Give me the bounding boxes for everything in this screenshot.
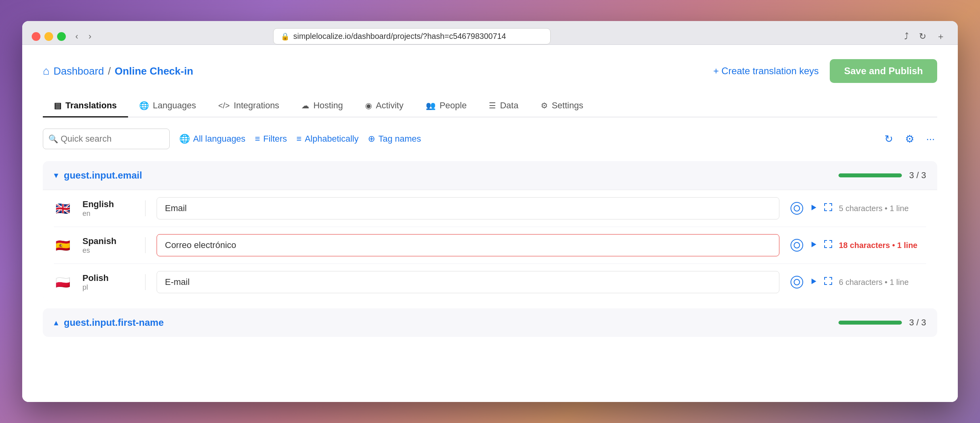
minimize-button[interactable] xyxy=(44,32,53,41)
save-and-publish-button[interactable]: Save and Publish xyxy=(830,59,937,83)
expand-button-polish[interactable] xyxy=(824,277,833,288)
lang-info-polish: Polish pl xyxy=(82,273,134,292)
section-header-email[interactable]: ▾ guest.input.email 3 / 3 xyxy=(43,161,937,190)
new-tab-button[interactable]: ＋ xyxy=(933,29,948,44)
translation-section-email: ▾ guest.input.email 3 / 3 🇬🇧 English xyxy=(43,161,937,300)
refresh-translations-button[interactable]: ↻ xyxy=(882,131,896,148)
flag-polish: 🇵🇱 xyxy=(54,273,71,291)
people-icon: 👥 xyxy=(426,101,436,110)
progress-bar-email xyxy=(838,173,902,177)
translation-input-english[interactable] xyxy=(157,197,779,219)
lang-name-english: English xyxy=(82,199,134,210)
activity-icon: ◉ xyxy=(365,101,372,110)
translation-section-first-name: ▴ guest.input.first-name 3 / 3 xyxy=(43,308,937,337)
table-row: 🇪🇸 Spanish es xyxy=(54,227,926,264)
divider xyxy=(145,200,145,216)
tag-icon: ⊕ xyxy=(368,134,375,144)
integrations-icon: </> xyxy=(218,101,230,110)
tab-integrations[interactable]: </> Integrations xyxy=(207,95,290,117)
translation-input-polish[interactable] xyxy=(157,271,779,293)
char-info-polish: 6 characters • 1 line xyxy=(839,278,926,287)
sort-icon: ≡ xyxy=(297,134,302,144)
section-header-right: 3 / 3 xyxy=(838,170,926,181)
data-icon: ☰ xyxy=(489,101,496,110)
status-icon-english[interactable] xyxy=(791,202,803,215)
nav-buttons: ‹ › xyxy=(72,30,95,43)
expand-button-spanish[interactable] xyxy=(824,240,833,251)
tab-data[interactable]: ☰ Data xyxy=(478,95,529,117)
toolbar-right: ↻ ⚙ ··· xyxy=(882,131,937,148)
char-info-english: 5 characters • 1 line xyxy=(839,204,926,213)
play-button-english[interactable] xyxy=(810,203,817,214)
lang-name-spanish: Spanish xyxy=(82,236,134,246)
section-key-first-name: guest.input.first-name xyxy=(64,317,164,328)
close-button[interactable] xyxy=(32,32,40,41)
maximize-button[interactable] xyxy=(57,32,66,41)
forward-button[interactable]: › xyxy=(85,30,94,43)
expand-button-english[interactable] xyxy=(824,203,833,214)
tab-translations[interactable]: ▤ Translations xyxy=(43,95,128,117)
all-languages-button[interactable]: 🌐 All languages xyxy=(179,134,245,144)
share-button[interactable]: ⤴ xyxy=(901,29,912,44)
section-header-right-first-name: 3 / 3 xyxy=(838,317,926,328)
chevron-down-icon: ▾ xyxy=(54,170,58,181)
divider xyxy=(145,237,145,253)
row-actions-polish: 6 characters • 1 line xyxy=(791,276,926,288)
lang-code-spanish: es xyxy=(82,246,134,255)
translations-icon: ▤ xyxy=(54,101,61,110)
tag-names-button[interactable]: ⊕ Tag names xyxy=(368,134,421,144)
back-button[interactable]: ‹ xyxy=(72,30,81,43)
status-icon-polish[interactable] xyxy=(791,276,803,288)
url-text: simplelocalize.io/dashboard/projects/?ha… xyxy=(293,32,506,41)
app-content: ⌂ Dashboard / Online Check-in + Create t… xyxy=(22,45,958,402)
progress-bar-fill-first-name xyxy=(838,321,902,325)
section-header-first-name[interactable]: ▴ guest.input.first-name 3 / 3 xyxy=(43,308,937,337)
tab-languages[interactable]: 🌐 Languages xyxy=(128,95,207,117)
translation-rows-email: 🇬🇧 English en xyxy=(43,190,937,300)
chevron-up-icon: ▴ xyxy=(54,317,58,328)
settings-icon: ⚙ xyxy=(541,101,548,110)
create-translation-keys-button[interactable]: + Create translation keys xyxy=(713,65,819,77)
search-icon: 🔍 xyxy=(48,134,58,144)
browser-titlebar: ‹ › 🔒 simplelocalize.io/dashboard/projec… xyxy=(32,28,948,44)
address-bar[interactable]: 🔒 simplelocalize.io/dashboard/projects/?… xyxy=(273,28,551,44)
breadcrumb-dashboard-link[interactable]: Dashboard xyxy=(54,65,104,77)
status-icon-spanish[interactable] xyxy=(791,239,803,252)
lang-info-spanish: Spanish es xyxy=(82,236,134,255)
svg-point-4 xyxy=(794,279,800,285)
app-header: ⌂ Dashboard / Online Check-in + Create t… xyxy=(43,59,937,83)
toolbar: 🔍 🌐 All languages ≡ Filters ≡ Alphabetic… xyxy=(43,129,937,149)
search-input-wrap: 🔍 xyxy=(43,129,170,149)
header-actions: + Create translation keys Save and Publi… xyxy=(713,59,937,83)
more-options-button[interactable]: ··· xyxy=(924,131,937,148)
traffic-lights xyxy=(32,32,66,41)
search-input[interactable] xyxy=(43,129,170,149)
table-row: 🇬🇧 English en xyxy=(54,190,926,227)
play-button-spanish[interactable] xyxy=(810,240,817,251)
refresh-button[interactable]: ↻ xyxy=(916,29,929,44)
section-header-left-first-name: ▴ guest.input.first-name xyxy=(54,317,164,328)
home-icon: ⌂ xyxy=(43,65,50,77)
play-button-polish[interactable] xyxy=(810,277,817,288)
tab-people[interactable]: 👥 People xyxy=(415,95,478,117)
lang-code-polish: pl xyxy=(82,283,134,292)
tab-hosting[interactable]: ☁ Hosting xyxy=(290,95,354,117)
tab-settings[interactable]: ⚙ Settings xyxy=(530,95,595,117)
settings-translations-button[interactable]: ⚙ xyxy=(903,131,917,148)
lang-name-polish: Polish xyxy=(82,273,134,283)
lang-info-english: English en xyxy=(82,199,134,218)
alphabetically-button[interactable]: ≡ Alphabetically xyxy=(297,134,359,144)
tab-activity[interactable]: ◉ Activity xyxy=(354,95,415,117)
table-row: 🇵🇱 Polish pl xyxy=(54,264,926,300)
translation-input-spanish[interactable] xyxy=(157,234,779,256)
progress-text-email: 3 / 3 xyxy=(909,170,926,181)
row-actions-english: 5 characters • 1 line xyxy=(791,202,926,215)
globe-icon: 🌐 xyxy=(179,134,190,144)
progress-bar-first-name xyxy=(838,321,902,325)
svg-marker-5 xyxy=(812,279,816,284)
section-key-email: guest.input.email xyxy=(64,170,142,181)
browser-window: ‹ › 🔒 simplelocalize.io/dashboard/projec… xyxy=(22,21,958,402)
svg-point-2 xyxy=(794,242,800,248)
lang-code-english: en xyxy=(82,210,134,218)
filters-button[interactable]: ≡ Filters xyxy=(255,134,287,144)
